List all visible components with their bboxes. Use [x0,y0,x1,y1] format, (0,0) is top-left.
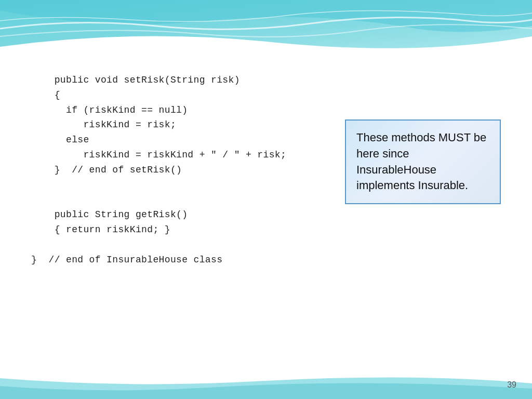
wave-header [0,0,532,57]
page-number: 39 [507,380,516,390]
code-area: public void setRisk(String risk) { if (r… [31,73,501,368]
callout-text: These methods MUST be here since Insurab… [356,131,486,192]
slide: public void setRisk(String risk) { if (r… [0,0,532,399]
callout-box: These methods MUST be here since Insurab… [345,119,501,204]
wave-footer [0,373,532,399]
